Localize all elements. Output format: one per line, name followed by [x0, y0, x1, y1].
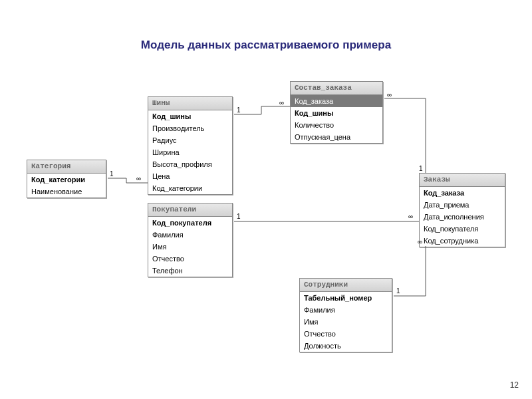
field-key: Код_категории [27, 174, 106, 186]
field: Цена [148, 170, 232, 182]
entity-body: Код_шины Производитель Радиус Ширина Выс… [148, 110, 233, 195]
field-key: Код_покупателя [148, 217, 232, 229]
entity-body: Код_заказа Дата_приема Дата_исполнения К… [419, 187, 505, 247]
entity-zakazy[interactable]: Заказы Код_заказа Дата_приема Дата_испол… [419, 173, 505, 247]
field: Отпускная_цена [291, 131, 382, 143]
field: Телефон [148, 265, 232, 277]
entity-header: Сотрудники [299, 278, 392, 292]
field: Код_сотрудника [420, 235, 505, 247]
entity-header: Шины [148, 96, 233, 110]
card-label: 1 [110, 170, 114, 178]
entity-body: Код_заказа Код_шины Количество Отпускная… [290, 95, 383, 144]
card-label: ∞ [408, 213, 413, 220]
entity-shiny[interactable]: Шины Код_шины Производитель Радиус Ширин… [148, 96, 233, 195]
field-key: Код_шины [148, 110, 232, 122]
field-key: Код_заказа [420, 187, 505, 199]
field-selected: Код_заказа [291, 95, 382, 107]
entity-header: Заказы [419, 173, 505, 187]
page-number: 12 [510, 380, 519, 390]
entity-header: Категория [27, 160, 106, 174]
card-label: 1 [396, 287, 400, 295]
card-label: 1 [237, 213, 241, 220]
card-label: ∞ [418, 238, 422, 245]
entity-body: Код_покупателя Фамилия Имя Отчество Теле… [148, 217, 233, 277]
entity-pokupateli[interactable]: Покупатели Код_покупателя Фамилия Имя От… [148, 203, 233, 277]
field: Ширина [148, 146, 232, 158]
card-label: 1 [237, 106, 241, 114]
entity-sotrudniki[interactable]: Сотрудники Табельный_номер Фамилия Имя О… [299, 278, 392, 352]
entity-body: Табельный_номер Фамилия Имя Отчество Дол… [299, 292, 392, 352]
field: Дата_исполнения [420, 211, 505, 223]
card-label: ∞ [387, 91, 392, 98]
field: Фамилия [148, 229, 232, 241]
field: Производитель [148, 122, 232, 134]
card-label: ∞ [136, 175, 141, 182]
field: Фамилия [300, 304, 392, 316]
field: Отчество [148, 253, 232, 265]
field: Количество [291, 119, 382, 131]
card-label: ∞ [279, 99, 284, 106]
card-label: 1 [419, 165, 423, 172]
field: Высота_профиля [148, 158, 232, 170]
field: Должность [300, 340, 392, 352]
er-diagram-canvas: Категория Код_категории Наименование Шин… [0, 0, 532, 399]
field: Отчество [300, 328, 392, 340]
field: Наименование [27, 186, 106, 198]
entity-kategoriya[interactable]: Категория Код_категории Наименование [27, 160, 106, 198]
field: Имя [148, 241, 232, 253]
entity-body: Код_категории Наименование [27, 174, 106, 198]
field-key: Табельный_номер [300, 292, 392, 304]
entity-sostav[interactable]: Состав_заказа Код_заказа Код_шины Количе… [290, 81, 383, 144]
field: Дата_приема [420, 199, 505, 211]
field: Радиус [148, 134, 232, 146]
entity-header: Состав_заказа [290, 81, 383, 95]
field: Имя [300, 316, 392, 328]
field-key: Код_шины [291, 107, 382, 119]
field: Код_категории [148, 182, 232, 194]
entity-header: Покупатели [148, 203, 233, 217]
field: Код_покупателя [420, 223, 505, 235]
